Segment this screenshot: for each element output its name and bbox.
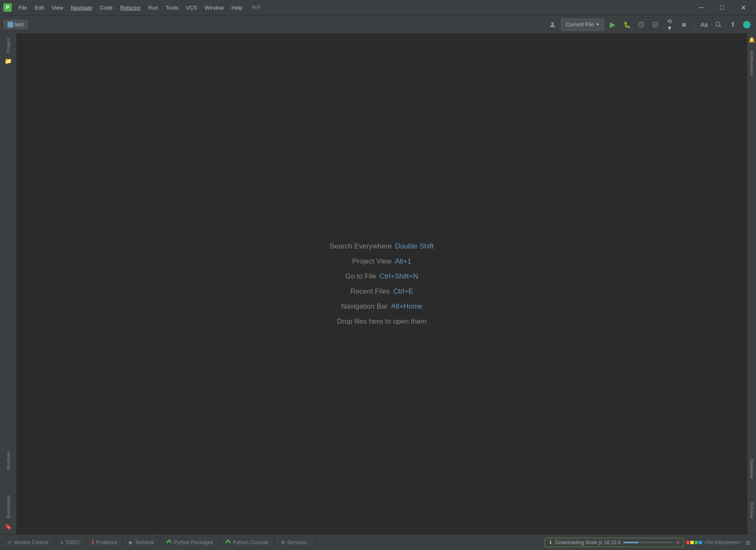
- profile-button[interactable]: [635, 19, 647, 30]
- version-control-label: Version Control: [14, 540, 48, 545]
- toolbar-right: Current File ▼ ▶ 🐛 ⟲ ▼ ⏹ Aa ⬆: [547, 18, 753, 31]
- menu-navigate[interactable]: Navigate: [67, 4, 95, 12]
- app-icon: P: [3, 3, 12, 12]
- menu-window[interactable]: Window: [201, 4, 227, 12]
- menu-code[interactable]: Code: [96, 4, 116, 12]
- sidebar-tab-project[interactable]: Project: [4, 35, 13, 56]
- sidebar-tab-database[interactable]: Database: [748, 456, 755, 481]
- project-view-label: Project View: [352, 257, 391, 266]
- current-file-chevron: ▼: [596, 22, 600, 27]
- project-tab-icon: [8, 22, 13, 28]
- current-file-dropdown[interactable]: Current File ▼: [561, 18, 604, 31]
- notification-icon[interactable]: 🔔: [748, 37, 755, 43]
- todo-label: TODO: [65, 540, 79, 545]
- download-progress-fill: [623, 542, 638, 543]
- menu-file[interactable]: File: [15, 4, 30, 12]
- layout-toggle-button[interactable]: ⊞: [743, 538, 753, 547]
- toolbar-separator: [694, 20, 694, 30]
- tab-todo[interactable]: ≡ TODO: [54, 535, 86, 550]
- editor-area: Search Everywhere Double Shift Project V…: [17, 33, 747, 534]
- tab-python-console[interactable]: Python Console: [219, 535, 275, 550]
- menu-refactor[interactable]: Refactor: [117, 4, 144, 12]
- svg-point-0: [551, 22, 554, 25]
- current-file-label: Current File: [566, 21, 594, 28]
- tab-python-packages[interactable]: Python Packages: [160, 535, 219, 550]
- mc-blue: [699, 541, 702, 544]
- coverage-button[interactable]: [649, 19, 661, 30]
- run-button[interactable]: ▶: [607, 19, 619, 30]
- shortcut-search-everywhere: Search Everywhere Double Shift: [330, 242, 434, 251]
- version-control-icon: ⎇: [6, 540, 12, 545]
- svg-line-4: [720, 25, 721, 27]
- todo-icon: ≡: [60, 540, 63, 545]
- mc-yellow: [690, 541, 694, 544]
- search-everywhere-key: Double Shift: [395, 242, 434, 251]
- title-bar-left: P File Edit View Navigate Code Refactor …: [3, 3, 261, 12]
- recent-files-key: Ctrl+E: [393, 287, 413, 296]
- stop-button[interactable]: ⏹: [678, 19, 690, 30]
- account-button[interactable]: [547, 19, 558, 30]
- close-button[interactable]: ✕: [733, 0, 753, 15]
- run-options-button[interactable]: ⟲ ▼: [664, 19, 675, 30]
- services-label: Services...: [287, 540, 311, 545]
- update-button[interactable]: ⬆: [727, 19, 738, 30]
- navigation-bar-key: Alt+Home: [391, 302, 422, 311]
- minimize-button[interactable]: ─: [692, 0, 711, 15]
- sidebar-tab-structure[interactable]: Structure: [4, 448, 13, 474]
- python-console-label: Python Console: [233, 540, 269, 545]
- svg-point-5: [743, 21, 751, 28]
- download-text: Downloading Node.js 18.15.0: [555, 540, 621, 545]
- menu-edit[interactable]: Edit: [31, 4, 47, 12]
- sidebar-tab-sciview[interactable]: SciView: [748, 499, 755, 521]
- menu-vcs[interactable]: VCS: [183, 4, 200, 12]
- problems-label: Problems: [96, 540, 117, 545]
- project-name-title: test: [252, 4, 261, 12]
- search-everywhere-label: Search Everywhere: [330, 242, 392, 251]
- project-view-key: Alt+1: [395, 257, 411, 266]
- tab-terminal[interactable]: ▶ Terminal: [123, 535, 160, 550]
- menu-view[interactable]: View: [48, 4, 66, 12]
- navigation-bar-label: Navigation Bar: [341, 302, 388, 311]
- services-icon: ⚙: [281, 540, 285, 545]
- folder-icon[interactable]: 📁: [4, 57, 13, 65]
- terminal-icon: ▶: [129, 540, 133, 545]
- left-sidebar: Project 📁 Structure Bookmarks 🔖: [0, 33, 17, 534]
- close-download-button[interactable]: ✕: [676, 540, 680, 545]
- sidebar-tab-bookmarks[interactable]: Bookmarks: [4, 492, 13, 522]
- multicolor-squares: [686, 541, 702, 544]
- download-badge: ⬇ Downloading Node.js 18.15.0 ✕: [545, 538, 684, 547]
- maximize-button[interactable]: □: [713, 0, 732, 15]
- sidebar-tab-notifications[interactable]: Notifications: [748, 48, 755, 78]
- toolbar-left: test: [3, 20, 28, 29]
- mc-green: [695, 541, 698, 544]
- mc-red: [686, 541, 690, 544]
- problems-icon: ℹ: [92, 540, 94, 545]
- tab-problems[interactable]: ℹ Problems: [86, 535, 124, 550]
- go-to-file-label: Go to File: [345, 272, 376, 281]
- translate-button[interactable]: Aa: [698, 19, 710, 30]
- shortcut-project-view: Project View Alt+1: [352, 257, 411, 266]
- tab-services[interactable]: ⚙ Services...: [275, 535, 317, 550]
- menu-help[interactable]: Help: [228, 4, 246, 12]
- shortcut-go-to-file: Go to File Ctrl+Shift+N: [345, 272, 418, 281]
- python-packages-icon: [166, 539, 172, 546]
- download-progress-bar: [623, 542, 673, 543]
- drop-files-text: Drop files here to open them: [337, 317, 427, 326]
- python-packages-label: Python Packages: [174, 540, 213, 545]
- menu-run[interactable]: Run: [145, 4, 162, 12]
- project-tab[interactable]: test: [3, 20, 28, 29]
- tab-version-control[interactable]: ⎇ Version Control: [0, 535, 54, 550]
- terminal-label: Terminal: [135, 540, 154, 545]
- title-bar: P File Edit View Navigate Code Refactor …: [0, 0, 756, 15]
- debug-button[interactable]: 🐛: [621, 19, 633, 30]
- go-to-file-key: Ctrl+Shift+N: [380, 272, 419, 281]
- search-everywhere-button[interactable]: [713, 19, 724, 30]
- jetbrains-button[interactable]: [741, 19, 753, 30]
- bookmark-icon[interactable]: 🔖: [4, 522, 13, 531]
- right-sidebar: 🔔 Notifications Database SciView: [747, 33, 756, 534]
- download-icon: ⬇: [548, 540, 553, 545]
- window-controls: ─ □ ✕: [692, 0, 753, 15]
- menu-bar: File Edit View Navigate Code Refactor Ru…: [15, 4, 261, 12]
- menu-tools[interactable]: Tools: [162, 4, 182, 12]
- bottom-bar: ⎇ Version Control ≡ TODO ℹ Problems ▶ Te…: [0, 534, 756, 550]
